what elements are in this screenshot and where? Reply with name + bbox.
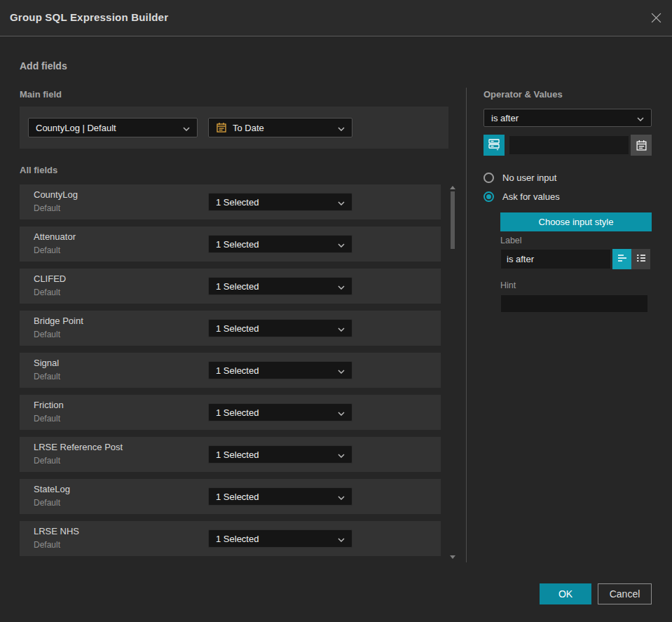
chevron-down-icon [338, 449, 345, 460]
value-picker-button[interactable] [484, 135, 505, 156]
field-subtitle: Default [34, 414, 60, 424]
field-subtitle: Default [34, 288, 60, 297]
field-subtitle: Default [34, 330, 60, 339]
radio-unselected-icon [484, 173, 494, 183]
date-value-input[interactable] [509, 135, 629, 155]
chevron-down-icon [338, 534, 345, 544]
field-name: Friction [34, 400, 64, 410]
field-selected-dropdown[interactable]: 1 Selected [208, 361, 352, 379]
main-field-select-value: CountyLog | Default [36, 123, 183, 133]
field-row-signal: Signal Default 1 Selected [20, 353, 441, 388]
list-scrollbar[interactable] [450, 182, 455, 562]
field-selected-value: 1 Selected [216, 534, 338, 544]
field-selected-dropdown[interactable]: 1 Selected [208, 277, 352, 295]
ask-for-values-label: Ask for values [502, 191, 560, 202]
field-subtitle: Default [34, 372, 60, 381]
chevron-down-icon [183, 123, 190, 133]
field-selected-value: 1 Selected [216, 449, 338, 460]
chevron-down-icon [338, 492, 345, 502]
field-row-countylog: CountyLog Default 1 Selected [20, 184, 441, 219]
field-selected-value: 1 Selected [216, 407, 338, 418]
main-field-panel: CountyLog | Default To Date [20, 107, 448, 149]
field-row-clifed: CLIFED Default 1 Selected [20, 269, 441, 304]
field-name: CLIFED [34, 273, 66, 284]
calendar-icon [636, 140, 647, 151]
close-button[interactable] [649, 12, 663, 26]
scrollbar-thumb[interactable] [451, 191, 455, 249]
dialog-title: Group SQL Expression Builder [10, 11, 168, 23]
choose-input-style-button[interactable]: Choose input style [500, 212, 652, 231]
field-selected-dropdown[interactable]: 1 Selected [208, 319, 352, 337]
chevron-down-icon [338, 365, 345, 376]
field-selected-dropdown[interactable]: 1 Selected [208, 193, 352, 211]
field-subtitle: Default [34, 456, 60, 466]
bulleted-list-icon [636, 253, 647, 265]
chevron-down-icon [338, 281, 345, 292]
chevron-down-icon [338, 407, 345, 418]
no-user-input-radio[interactable]: No user input [484, 173, 556, 183]
field-selected-dropdown[interactable]: 1 Selected [208, 529, 352, 548]
chevron-down-icon [338, 323, 345, 334]
operator-values-heading: Operator & Values [484, 89, 563, 100]
field-selected-value: 1 Selected [216, 239, 338, 250]
cancel-button[interactable]: Cancel [598, 583, 652, 604]
ask-for-values-radio[interactable]: Ask for values [484, 191, 560, 202]
close-icon [650, 12, 662, 27]
chevron-down-icon [338, 123, 345, 133]
radio-selected-icon [484, 191, 494, 202]
group-sql-expression-builder-dialog: Group SQL Expression Builder Add fields … [0, 0, 672, 622]
hint-input[interactable] [500, 295, 648, 313]
dialog-header: Group SQL Expression Builder [0, 0, 672, 36]
list-style-toggle[interactable] [631, 249, 650, 269]
main-field-type-select[interactable]: To Date [208, 118, 352, 137]
chevron-down-icon [338, 197, 345, 208]
scroll-down-arrow[interactable] [450, 555, 455, 559]
field-selected-value: 1 Selected [216, 281, 338, 292]
field-selected-value: 1 Selected [216, 365, 338, 376]
field-name: StateLog [34, 484, 70, 494]
main-field-type-value: To Date [233, 123, 338, 133]
scroll-up-arrow[interactable] [450, 186, 455, 189]
field-subtitle: Default [34, 540, 60, 550]
field-subtitle: Default [34, 203, 60, 213]
field-row-bridge-point: Bridge Point Default 1 Selected [20, 311, 441, 346]
operator-value: is after [491, 113, 637, 123]
label-caption: Label [500, 236, 522, 245]
field-name: Attenuator [34, 231, 76, 242]
field-selected-value: 1 Selected [216, 492, 338, 502]
field-row-lrse-reference-post: LRSE Reference Post Default 1 Selected [20, 437, 441, 472]
ok-button[interactable]: OK [540, 583, 591, 604]
field-selected-value: 1 Selected [216, 323, 338, 334]
field-row-statelog: StateLog Default 1 Selected [20, 479, 441, 514]
field-name: CountyLog [34, 189, 78, 200]
no-user-input-label: No user input [502, 173, 556, 183]
operator-select[interactable]: is after [484, 109, 652, 127]
add-fields-heading: Add fields [20, 60, 67, 72]
calendar-icon [216, 122, 227, 133]
chevron-down-icon [637, 113, 644, 123]
field-name: LRSE Reference Post [34, 442, 123, 452]
field-selected-dropdown[interactable]: 1 Selected [208, 445, 352, 464]
field-selected-value: 1 Selected [216, 197, 338, 208]
field-selected-dropdown[interactable]: 1 Selected [208, 487, 352, 506]
date-picker-button[interactable] [631, 135, 652, 156]
align-left-lines-icon [617, 253, 628, 265]
field-name: Signal [34, 358, 59, 368]
field-row-friction: Friction Default 1 Selected [20, 395, 441, 430]
hint-caption: Hint [500, 280, 516, 290]
field-row-lrse-nhs: LRSE NHS Default 1 Selected [20, 521, 441, 556]
field-selected-dropdown[interactable]: 1 Selected [208, 235, 352, 253]
field-subtitle: Default [34, 498, 60, 508]
main-field-heading: Main field [20, 89, 62, 100]
main-field-select[interactable]: CountyLog | Default [28, 118, 198, 137]
field-name: Bridge Point [34, 316, 83, 326]
field-subtitle: Default [34, 245, 60, 255]
all-fields-heading: All fields [20, 165, 57, 175]
field-selected-dropdown[interactable]: 1 Selected [208, 403, 352, 421]
single-line-style-toggle[interactable] [612, 249, 631, 269]
label-input[interactable] [500, 249, 611, 269]
field-row-attenuator: Attenuator Default 1 Selected [20, 227, 441, 262]
panel-divider [466, 88, 467, 562]
stacked-values-picker-icon [488, 137, 501, 153]
chevron-down-icon [338, 239, 345, 250]
